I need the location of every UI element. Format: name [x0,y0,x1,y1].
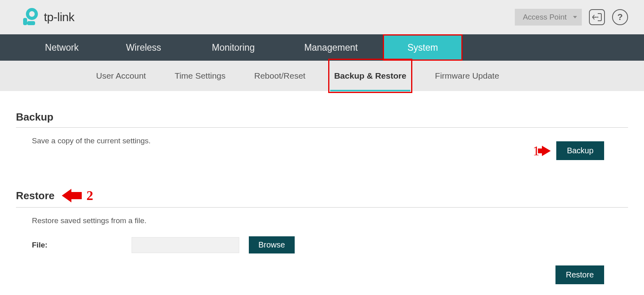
backup-section-title: Backup [16,111,628,128]
backup-button[interactable]: Backup [556,141,604,160]
help-button[interactable]: ? [612,9,628,25]
subnav-user-account[interactable]: User Account [94,62,148,89]
file-label: File: [32,241,132,249]
nav-system[interactable]: System [383,34,463,61]
logout-icon [592,13,602,22]
svg-point-3 [597,17,599,18]
nav-wireless[interactable]: Wireless [100,34,187,61]
sub-nav: User Account Time Settings Reboot/Reset … [0,61,644,91]
mode-dropdown[interactable]: Access Point [515,9,582,26]
subnav-backup-restore[interactable]: Backup & Restore [332,62,409,89]
content-area: Backup Save a copy of the current settin… [0,91,644,295]
backup-title-text: Backup [16,111,53,123]
subnav-firmware-update[interactable]: Firmware Update [433,62,502,89]
subnav-reboot-reset[interactable]: Reboot/Reset [252,62,308,89]
browse-button[interactable]: Browse [249,236,295,253]
svg-rect-2 [27,21,35,25]
restore-button-row: Restore [16,265,628,284]
restore-button[interactable]: Restore [555,265,604,284]
brand-text: tp-link [44,10,75,24]
tplink-logo-icon [20,8,39,27]
arrow-right-icon [542,146,551,156]
restore-file-row: File: Browse [16,236,628,253]
arrow-left-icon [62,189,82,202]
restore-title-text: Restore [16,190,55,202]
nav-monitoring[interactable]: Monitoring [187,34,279,61]
mode-dropdown-label: Access Point [523,13,567,22]
topbar-right-group: Access Point ? [515,9,628,26]
logout-button[interactable] [589,9,605,25]
subnav-time-settings[interactable]: Time Settings [172,62,228,89]
annotation-two-number: 2 [87,188,93,203]
svg-rect-1 [23,18,27,25]
help-icon: ? [617,12,622,22]
brand-logo: tp-link [20,8,75,27]
nav-management[interactable]: Management [279,34,383,61]
restore-description: Restore saved settings from a file. [16,208,628,225]
chevron-down-icon [573,16,577,18]
annotation-two: 2 [62,188,93,203]
restore-section-title: Restore 2 [16,188,628,208]
annotation-one: 1 [533,143,551,158]
top-header: tp-link Access Point ? [0,0,644,34]
svg-point-0 [28,10,36,18]
nav-network[interactable]: Network [24,34,100,61]
file-path-input[interactable] [132,237,239,253]
main-nav: Network Wireless Monitoring Management S… [0,34,644,61]
